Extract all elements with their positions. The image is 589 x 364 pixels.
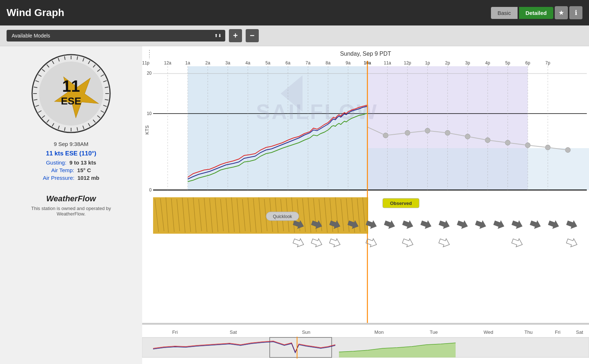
app-header: Wind Graph Basic Detailed ★ ℹ [0,0,589,25]
svg-marker-161 [475,219,487,230]
stat-wind: 11 kts ESE (110°) [43,150,99,157]
svg-marker-160 [456,219,469,230]
svg-text:Observed: Observed [390,201,412,206]
stat-airpressure: Air Pressure: 1012 mb [43,175,99,181]
svg-text:12p: 12p [404,60,411,66]
svg-text:12a: 12a [164,60,171,66]
svg-text:11: 11 [62,77,80,95]
svg-text:4a: 4a [245,60,250,66]
svg-text:0: 0 [149,187,152,193]
svg-text:Quicklook: Quicklook [273,214,293,219]
weather-stats: 9 Sep 9:38AM 11 kts ESE (110°) Gusting: … [43,141,99,182]
svg-marker-172 [438,237,451,249]
airpressure-value: 1012 mb [78,175,100,181]
svg-marker-159 [438,219,451,230]
model-select-wrapper: Available Models ⬆⬇ [7,30,225,41]
svg-rect-175 [142,323,589,325]
airpressure-label: Air Pressure: [43,175,74,181]
svg-text:Tue: Tue [430,329,438,335]
svg-text:3a: 3a [225,60,230,66]
stat-gusting: Gusting: 9 to 13 kts [43,159,99,166]
svg-text:5a: 5a [265,60,270,66]
svg-text:4p: 4p [485,60,490,66]
svg-text:2a: 2a [205,60,210,66]
svg-text:Sat: Sat [230,329,237,335]
svg-marker-156 [383,219,396,230]
svg-text:10: 10 [147,111,152,116]
basic-button[interactable]: Basic [491,7,518,19]
svg-text:SAILFLOW: SAILFLOW [256,100,378,123]
svg-text:1p: 1p [425,60,430,66]
svg-marker-163 [511,219,524,230]
zoom-in-button[interactable]: + [229,29,242,42]
toolbar: Available Models ⬆⬇ + − [0,25,589,46]
svg-rect-64 [188,66,367,190]
airtemp-label: Air Temp: [51,167,74,173]
svg-marker-158 [420,219,433,230]
svg-marker-157 [402,219,414,230]
svg-text:20: 20 [147,71,152,76]
svg-text:ESE: ESE [61,95,81,107]
svg-text:Sunday, Sep 9 PDT: Sunday, Sep 9 PDT [340,51,391,57]
svg-marker-171 [402,237,414,249]
svg-marker-165 [547,219,560,230]
svg-text:KTS: KTS [144,125,150,135]
svg-marker-167 [292,237,305,249]
svg-text:7p: 7p [545,60,550,66]
svg-text:1a: 1a [185,60,190,66]
brand-logo: WeatherFlow [46,194,96,203]
svg-text:Fri: Fri [555,329,560,335]
svg-marker-162 [493,219,506,230]
svg-text:3p: 3p [465,60,470,66]
svg-text:Thu: Thu [524,329,533,335]
svg-text:7a: 7a [305,60,311,66]
svg-marker-174 [566,237,578,249]
wind-compass: 11 ESE [31,54,111,134]
svg-text:2p: 2p [445,60,450,66]
svg-text:Fri: Fri [172,329,178,335]
svg-marker-168 [311,237,323,249]
zoom-out-button[interactable]: − [246,29,259,42]
svg-marker-173 [511,237,524,249]
gusting-value: 9 to 13 kts [69,159,96,166]
page-title: Wind Graph [7,7,64,19]
svg-text:9a: 9a [346,60,351,66]
brand-caption: This station is owned and operated by We… [31,206,111,217]
airtemp-value: 15° C [77,167,91,173]
star-button[interactable]: ★ [555,6,568,19]
left-panel: 11 ESE 9 Sep 9:38AM 11 kts ESE (110°) Gu… [0,46,142,364]
gusting-label: Gusting: [46,159,66,166]
main-content: 11 ESE 9 Sep 9:38AM 11 kts ESE (110°) Gu… [0,46,589,364]
svg-marker-169 [329,237,342,249]
svg-text:Mon: Mon [374,329,383,335]
svg-text:11a: 11a [384,60,391,66]
info-button[interactable]: ℹ [569,6,582,19]
svg-text:6a: 6a [285,60,290,66]
stat-date: 9 Sep 9:38AM [43,141,99,147]
header-controls: Basic Detailed ★ ℹ [491,6,582,19]
detailed-button[interactable]: Detailed [519,7,553,19]
svg-text:5p: 5p [505,60,510,66]
svg-text:Sat: Sat [576,329,583,335]
svg-text:11p: 11p [142,60,149,66]
model-select[interactable]: Available Models [7,30,225,41]
svg-text:6p: 6p [525,60,530,66]
chart-area: Sunday, Sep 9 PDT 11p 12a 1a 2a 3a 4a 5a… [142,46,589,364]
stat-airtemp: Air Temp: 15° C [43,167,99,173]
svg-rect-66 [367,148,589,190]
svg-text:Sun: Sun [302,329,310,335]
svg-text:8a: 8a [325,60,331,66]
svg-text:Wed: Wed [484,329,494,335]
svg-marker-166 [566,219,578,230]
svg-marker-164 [529,219,542,230]
